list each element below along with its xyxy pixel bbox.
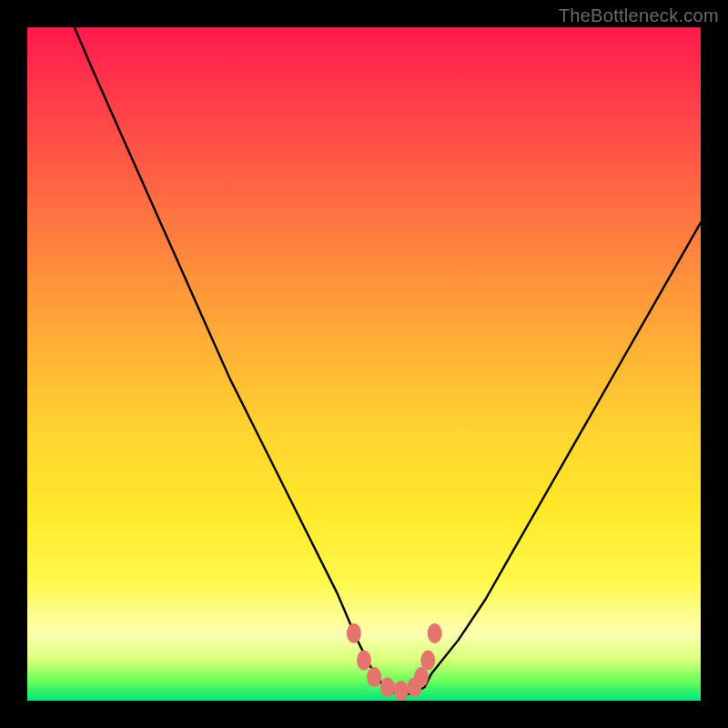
marker-point xyxy=(420,651,435,671)
marker-point xyxy=(428,623,442,643)
marker-point xyxy=(380,677,395,697)
marker-group xyxy=(347,623,442,701)
chart-frame: TheBottleneck.com xyxy=(0,0,728,728)
curve-svg xyxy=(27,27,701,701)
bottleneck-curve-path xyxy=(75,27,701,694)
marker-point xyxy=(414,667,429,687)
watermark-text: TheBottleneck.com xyxy=(559,5,719,26)
marker-point xyxy=(367,667,381,687)
marker-point xyxy=(357,651,371,671)
marker-point xyxy=(394,681,409,701)
plot-area xyxy=(27,27,701,701)
marker-point xyxy=(347,623,361,643)
